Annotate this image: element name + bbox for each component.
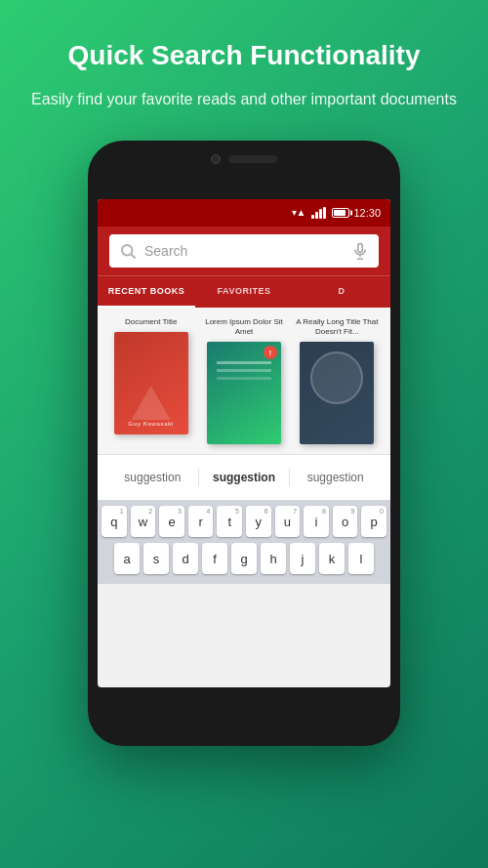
books-grid: Document Title Guy Kawasaki Lorem Ipsum …: [107, 317, 381, 445]
key-p[interactable]: 0p: [361, 506, 386, 537]
header-section: Quick Search Functionality Easily find y…: [2, 0, 486, 131]
search-icon: [119, 242, 137, 260]
book-title: A Really Long Title That Doesn't Fit...: [294, 317, 381, 338]
tab-favorites[interactable]: FAVORITES: [195, 276, 293, 308]
suggestion-right[interactable]: suggestion: [290, 469, 381, 486]
new-badge: !: [264, 346, 277, 359]
page-title: Quick Search Functionality: [31, 39, 457, 72]
key-i[interactable]: 8i: [304, 506, 329, 537]
status-bar: ▾▲ 12:30: [98, 199, 390, 227]
key-d[interactable]: d: [173, 543, 198, 574]
keyboard-row-1: 1q 2w 3e 4r 5t 6y 7u 8i 9o 0p: [102, 506, 386, 537]
key-f[interactable]: f: [202, 543, 227, 574]
book-cover: !: [207, 342, 281, 444]
key-j[interactable]: j: [290, 543, 315, 574]
signal-icon: [311, 207, 326, 219]
key-a[interactable]: a: [114, 543, 140, 574]
keyboard: 1q 2w 3e 4r 5t 6y 7u 8i 9o 0p a s d f: [98, 500, 390, 584]
page-subtitle: Easily find your favorite reads and othe…: [31, 88, 457, 111]
key-g[interactable]: g: [231, 543, 257, 574]
front-camera: [211, 154, 221, 164]
list-item[interactable]: Document Title Guy Kawasaki: [107, 317, 194, 445]
battery-icon: [332, 208, 349, 218]
books-section: Document Title Guy Kawasaki Lorem Ipsum …: [98, 308, 390, 455]
search-box[interactable]: Search: [109, 234, 379, 268]
key-l[interactable]: l: [348, 543, 374, 574]
book-cover: [300, 342, 374, 444]
key-e[interactable]: 3e: [159, 506, 184, 537]
key-o[interactable]: 9o: [333, 506, 358, 537]
app-bar: Search: [98, 227, 390, 275]
suggestions-bar: suggestion suggestion suggestion: [98, 454, 390, 500]
search-placeholder: Search: [144, 243, 344, 259]
tab-bar: RECENT BOOKS FAVORITES D: [98, 275, 390, 308]
book-title: Lorem Ipsum Dolor Sit Amet: [200, 317, 287, 338]
tab-extra[interactable]: D: [293, 276, 390, 308]
svg-rect-2: [358, 243, 363, 252]
key-y[interactable]: 6y: [246, 506, 271, 537]
suggestion-left[interactable]: suggestion: [107, 469, 199, 486]
suggestion-center[interactable]: suggestion: [199, 469, 291, 486]
key-h[interactable]: h: [261, 543, 286, 574]
key-q[interactable]: 1q: [102, 506, 127, 537]
book-cover: Guy Kawasaki: [114, 332, 188, 434]
key-r[interactable]: 4r: [188, 506, 214, 537]
key-k[interactable]: k: [319, 543, 345, 574]
speaker-grill: [228, 155, 277, 163]
phone-screen: ▾▲ 12:30 Sea: [98, 199, 390, 687]
wifi-icon: ▾▲: [292, 207, 306, 218]
list-item[interactable]: A Really Long Title That Doesn't Fit...: [294, 317, 381, 445]
book-title: Document Title: [125, 317, 177, 327]
list-item[interactable]: Lorem Ipsum Dolor Sit Amet !: [200, 317, 287, 445]
svg-line-1: [131, 254, 135, 258]
phone-top-area: [211, 154, 277, 164]
mic-icon[interactable]: [351, 242, 369, 260]
key-u[interactable]: 7u: [275, 506, 301, 537]
keyboard-row-2: a s d f g h j k l: [102, 543, 386, 574]
book-author-label: Guy Kawasaki: [114, 421, 188, 427]
key-t[interactable]: 5t: [217, 506, 242, 537]
phone-frame: ▾▲ 12:30 Sea: [88, 141, 400, 746]
key-w[interactable]: 2w: [131, 506, 156, 537]
phone-mockup: ▾▲ 12:30 Sea: [88, 141, 400, 746]
svg-point-0: [122, 245, 133, 256]
status-time: 12:30: [353, 207, 381, 219]
key-s[interactable]: s: [143, 543, 169, 574]
tab-recent-books[interactable]: RECENT BOOKS: [98, 276, 195, 308]
